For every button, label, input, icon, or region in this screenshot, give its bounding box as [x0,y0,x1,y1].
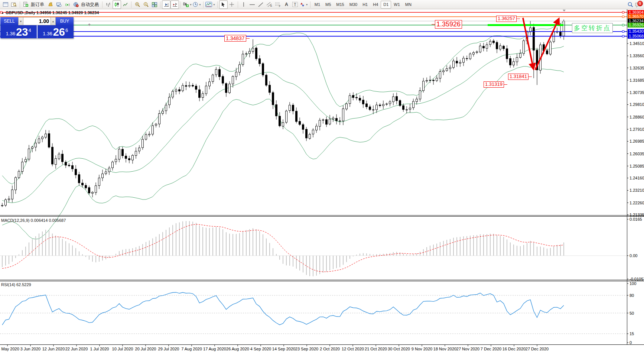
ask-price[interactable]: 1.36 26 6 [38,25,74,38]
toolbar-separator [180,1,181,8]
price-callout[interactable]: 1.34837 [224,35,246,42]
timeframe-d1[interactable]: D1 [381,1,391,9]
date-axis-label[interactable]: 25 May 2020 [0,347,19,351]
bid-price[interactable]: 1.36 23 4 [0,25,38,38]
bar-chart-mode-icon[interactable] [104,0,113,9]
ask-price-big: 26 [53,27,65,38]
gold-symbol-icon[interactable] [46,0,55,9]
timeframe-m5[interactable]: M5 [323,1,334,9]
label-letter: T [294,2,296,7]
market-watch-search-icon[interactable] [10,0,18,9]
vertical-line-tool-icon[interactable] [240,0,248,9]
bid-price-pip: 4 [28,27,31,33]
search-icon[interactable] [626,0,635,9]
chart-shift-icon[interactable] [170,0,179,9]
autotrading-label[interactable]: 自动交易 [80,1,101,8]
signals-icon[interactable] [63,0,72,9]
timeframe-h4[interactable]: H4 [370,1,381,9]
ask-price-prefix: 1.36 [43,31,52,36]
date-axis-label[interactable]: 9 Nov 2020 [412,347,432,351]
date-axis-label[interactable]: 20 Jul 2020 [135,347,156,351]
date-axis-label[interactable]: 4 Sep 2020 [250,347,271,351]
notification-count-badge: 1 [637,1,643,6]
channel-letter: E [270,4,272,7]
date-axis-label[interactable]: 17 Aug 2020 [203,347,226,351]
chart-area[interactable] [0,9,644,353]
terminal-window-icon[interactable] [1,0,10,9]
crosshair-tool-icon[interactable] [228,0,236,9]
new-order-label[interactable]: 新订单 [30,1,46,8]
price-callout[interactable]: 1.31841 [508,74,528,80]
date-axis-label[interactable]: 26 Aug 2020 [226,347,249,351]
date-axis-label[interactable]: 23 Sep 2020 [295,347,318,351]
horizontal-line-tool-icon[interactable] [248,0,257,9]
callout-leader-line [528,77,532,77]
zoom-in-icon[interactable] [133,0,142,9]
one-click-trading-panel: SELL ▼ ▲ BUY 1.36 23 4 1.36 26 6 [0,17,74,38]
chevron-down-icon: ▼ [189,3,192,6]
price-callout[interactable]: 1.31319 [484,81,504,88]
line-chart-mode-icon[interactable] [121,0,130,9]
timeframe-m15[interactable]: M15 [334,1,347,9]
date-axis-label[interactable]: 12 Oct 2020 [342,347,364,351]
date-axis-label[interactable]: 27 Dec 2020 [526,347,549,351]
volume-input[interactable] [23,17,51,25]
chart-profile-icon[interactable]: ▼ [205,0,216,9]
date-axis-label[interactable]: 30 Oct 2020 [388,347,410,351]
fibonacci-tool-icon[interactable]: F [274,0,282,9]
toolbar-separator [160,1,160,8]
date-axis-label[interactable]: 16 Dec 2020 [502,347,526,351]
period-clock-icon[interactable]: ▼ [192,0,202,9]
autotrading-icon[interactable] [72,0,80,9]
virtual-hosting-icon[interactable] [55,0,63,9]
price-axis-tick: 1.22260 [630,201,644,205]
date-axis-label[interactable]: 29 Jul 2020 [158,347,179,351]
date-axis-label[interactable]: 10 Jul 2020 [112,347,133,351]
price-axis-tick: 1.27910 [630,127,644,132]
zoom-out-icon[interactable] [142,0,150,9]
trendline-tool-icon[interactable] [257,0,265,9]
callout-leader-line [432,24,435,25]
cursor-tool-icon[interactable] [219,0,228,9]
price-axis-tick: 1.24160 [630,176,644,180]
fibo-letter: F [279,5,280,7]
volume-increase-button[interactable]: ▲ [51,17,56,25]
date-axis-label[interactable]: 2 Oct 2020 [320,347,340,351]
tile-windows-icon[interactable] [150,0,159,9]
notifications-button[interactable]: 1 [635,1,643,9]
price-callout[interactable]: 1.35926 [435,20,462,29]
text-tool-icon[interactable]: A [282,0,291,9]
sell-button[interactable]: SELL [0,17,18,25]
candlestick-mode-icon[interactable] [113,0,121,9]
date-axis-label[interactable]: 1 Jul 2020 [90,347,109,351]
date-axis-label[interactable]: 14 Sep 2020 [272,347,295,351]
date-axis-label[interactable]: 3 Jun 2020 [20,347,40,351]
date-axis-label[interactable]: 27 Nov 2020 [456,347,479,351]
date-axis-label[interactable]: 7 Dec 2020 [481,347,501,351]
timeframe-w1[interactable]: W1 [391,1,403,9]
callout-leader-line [517,19,520,19]
price-axis-tick: 1.26985 [630,139,644,143]
timeframe-m30[interactable]: M30 [347,1,360,9]
toolbar-separator [238,1,238,8]
auto-scroll-icon[interactable] [162,0,170,9]
date-axis-label[interactable]: 7 Aug 2020 [181,347,202,351]
buy-button[interactable]: BUY [56,17,74,25]
date-axis-label[interactable]: 18 Nov 2020 [433,347,456,351]
chart-text-annotation[interactable]: 多空转折点 [572,23,613,33]
new-order-icon[interactable] [22,0,30,9]
timeframe-h1[interactable]: H1 [360,1,370,9]
date-axis-label[interactable]: 12 Jun 2020 [42,347,65,351]
price-axis-tick: 1.21335 [630,213,644,217]
arrows-tool-icon[interactable]: ▼ [299,0,309,9]
volume-decrease-button[interactable]: ▼ [18,17,23,25]
timeframe-mn[interactable]: MN [403,1,414,9]
price-callout[interactable]: 1.36257 [496,16,517,22]
date-axis-label[interactable]: 21 Oct 2020 [365,347,387,351]
chart-title: ▲ GBPUSD-,Daily 1.34956 1.36245 1.34920 … [1,10,99,15]
timeframe-m1[interactable]: M1 [312,1,323,9]
date-axis-label[interactable]: 22 Jun 2020 [65,347,88,351]
equidistant-channel-tool-icon[interactable]: E [265,0,274,9]
text-label-tool-icon[interactable]: T [291,0,299,9]
new-chart-icon[interactable]: ▼ [182,0,192,9]
